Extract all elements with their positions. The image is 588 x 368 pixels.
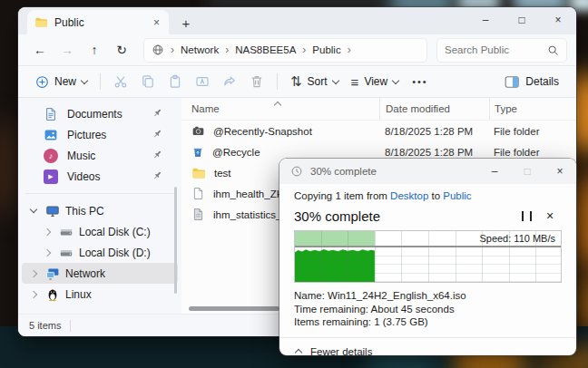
sidebar-item-linux[interactable]: Linux [18, 284, 181, 305]
search-icon [547, 44, 559, 56]
new-button[interactable]: New [29, 69, 93, 94]
dialog-minimize-button[interactable]: – [478, 159, 511, 184]
sort-arrows-icon: ⇅ [290, 73, 302, 90]
dialog-close-button[interactable]: × [544, 159, 576, 184]
sidebar-item-local-disk-c[interactable]: Local Disk (C:) [18, 221, 181, 242]
file-icon [191, 187, 205, 200]
copy-source-link[interactable]: Desktop [390, 190, 428, 201]
sidebar-divider [25, 193, 176, 194]
sidebar-item-label: Local Disk (C:) [79, 226, 151, 238]
command-toolbar: New ⇅ Sort ≡ View ••• [18, 65, 576, 98]
sidebar-item-music[interactable]: ♪ Music [18, 145, 181, 166]
chart-divider [295, 246, 561, 247]
share-button[interactable] [216, 69, 243, 94]
sidebar-item-local-disk-d[interactable]: Local Disk (D:) [18, 242, 181, 263]
breadcrumb-chevron-icon: › [171, 44, 174, 56]
search-placeholder: Search Public [445, 44, 547, 55]
new-tab-button[interactable]: + [174, 11, 198, 34]
file-row[interactable]: @Recently-Snapshot 8/18/2025 1:28 PM Fil… [181, 121, 576, 141]
breadcrumb-nas8bee5a[interactable]: NAS8BEE5A [235, 44, 296, 55]
breadcrumb-network[interactable]: Network [181, 44, 219, 55]
sidebar-item-label: Videos [67, 170, 100, 183]
forward-button[interactable]: → [54, 38, 80, 62]
sidebar-item-label: Pictures [67, 129, 106, 141]
sort-button[interactable]: ⇅ Sort [284, 69, 345, 94]
pause-button[interactable] [514, 211, 538, 221]
paste-button[interactable] [162, 69, 189, 94]
sidebar-item-documents[interactable]: Documents [18, 103, 181, 124]
column-header-date-modified[interactable]: Date modified [379, 98, 489, 120]
see-more-button[interactable]: ••• [405, 76, 436, 87]
camera-icon [191, 124, 205, 138]
tab-public[interactable]: Public × [27, 10, 169, 34]
toolbar-divider [100, 73, 101, 90]
tab-bar: Public × + – □ × [18, 7, 576, 34]
view-list-icon: ≡ [351, 74, 359, 90]
dialog-title-bar: 30% complete – □ × [279, 159, 576, 184]
search-input[interactable]: Search Public [436, 38, 567, 63]
maximize-button[interactable]: □ [504, 7, 540, 33]
column-header-type[interactable]: Type [489, 98, 576, 120]
disk-icon [59, 246, 74, 260]
file-name-line: Name: Win11_24H2_English_x64.iso [294, 289, 562, 303]
file-type: File folder [489, 126, 576, 137]
up-button[interactable]: ↑ [82, 38, 107, 62]
chevron-down-icon[interactable] [27, 209, 40, 212]
navigation-bar: ← → ↑ ↻ › Network › NAS8BEE5A › Public ›… [18, 34, 576, 65]
copy-connector: to [428, 190, 443, 201]
pin-icon [152, 128, 163, 140]
copy-destination-link[interactable]: Public [443, 190, 471, 201]
breadcrumb-chevron-icon: › [225, 44, 229, 56]
time-remaining-line: Time remaining: About 45 seconds [294, 303, 562, 316]
view-button[interactable]: ≡ View [345, 69, 406, 94]
sidebar-item-label: Music [67, 150, 95, 162]
pin-icon [152, 169, 163, 181]
tab-close-icon[interactable]: × [152, 16, 162, 29]
fewer-details-button[interactable]: Fewer details [294, 338, 562, 356]
sidebar-item-pictures[interactable]: Pictures [18, 124, 181, 145]
chevron-right-icon[interactable] [41, 250, 54, 256]
chevron-right-icon[interactable] [41, 229, 54, 235]
minimize-button[interactable]: – [467, 7, 504, 33]
disk-icon [59, 225, 74, 239]
new-label: New [54, 75, 76, 88]
refresh-button[interactable]: ↻ [109, 38, 134, 62]
sidebar-item-network[interactable]: Network [22, 263, 178, 284]
chevron-down-icon [331, 76, 338, 83]
sidebar-item-this-pc[interactable]: This PC [18, 200, 181, 221]
breadcrumb[interactable]: › Network › NAS8BEE5A › Public › [143, 38, 427, 63]
sidebar-item-videos[interactable]: ▶ Videos [18, 166, 181, 187]
sidebar-scrollbar[interactable] [174, 187, 177, 294]
chevron-right-icon[interactable] [27, 292, 40, 297]
navigation-pane: Documents Pictures ♪ Music ▶ Videos [18, 98, 181, 314]
folder-icon [191, 166, 206, 180]
item-count: 5 items [29, 320, 61, 331]
plus-circle-icon [35, 75, 49, 89]
window-controls: – □ × [467, 7, 576, 33]
horizontal-scrollbar[interactable] [189, 306, 279, 311]
sidebar-item-label: Linux [65, 288, 92, 301]
sidebar-item-label: Local Disk (D:) [79, 247, 151, 259]
back-button[interactable]: ← [27, 38, 53, 62]
cancel-copy-button[interactable]: × [538, 208, 562, 223]
copy-button[interactable] [134, 69, 162, 94]
sidebar-item-label: Network [65, 267, 105, 280]
copy-prefix: Copying 1 item from [294, 190, 390, 201]
chevron-right-icon[interactable] [27, 271, 40, 276]
column-headers: Name Date modified Type [181, 98, 576, 121]
fewer-details-label: Fewer details [310, 346, 372, 356]
details-pane-button[interactable]: Details [498, 69, 565, 94]
breadcrumb-public[interactable]: Public [312, 44, 340, 55]
transfer-speed-chart: Speed: 110 MB/s [294, 230, 562, 283]
rename-button[interactable] [189, 69, 216, 94]
rename-icon [195, 74, 210, 89]
close-button[interactable]: × [540, 7, 576, 33]
view-label: View [364, 75, 387, 88]
pin-icon [152, 149, 163, 160]
dialog-maximize-button[interactable]: □ [511, 159, 544, 184]
cut-button[interactable] [107, 69, 134, 94]
items-remaining-line: Items remaining: 1 (3.75 GB) [294, 315, 562, 329]
trash-icon [250, 74, 264, 89]
copy-description: Copying 1 item from Desktop to Public [294, 189, 562, 203]
delete-button[interactable] [243, 69, 270, 94]
